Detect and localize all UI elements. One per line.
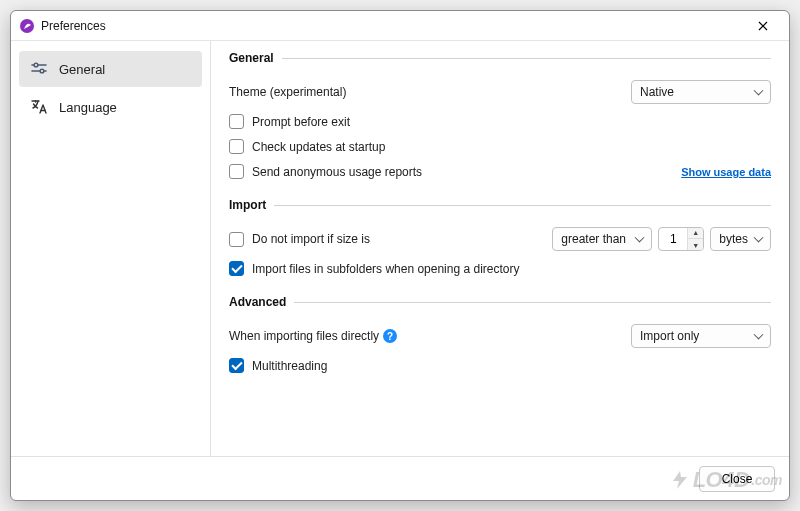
check-updates-checkbox[interactable] (229, 139, 244, 154)
multithreading-checkbox[interactable] (229, 358, 244, 373)
window-title: Preferences (41, 19, 106, 33)
divider (274, 205, 771, 206)
group-header: General (229, 51, 771, 65)
group-header: Advanced (229, 295, 771, 309)
sliders-icon (29, 59, 49, 79)
size-spin-up[interactable]: ▲ (688, 227, 703, 239)
group-header: Import (229, 198, 771, 212)
size-comparator-value: greater than (561, 232, 626, 246)
size-unit-value: bytes (719, 232, 748, 246)
multithreading-label: Multithreading (252, 359, 327, 373)
svg-point-2 (34, 63, 38, 67)
size-spin-down[interactable]: ▼ (688, 239, 703, 251)
prompt-before-exit-checkbox[interactable] (229, 114, 244, 129)
language-icon (29, 97, 49, 117)
help-icon[interactable]: ? (383, 329, 397, 343)
check-updates-label: Check updates at startup (252, 140, 385, 154)
close-button[interactable]: Close (699, 466, 775, 492)
send-reports-checkbox[interactable] (229, 164, 244, 179)
sidebar-item-language[interactable]: Language (19, 89, 202, 125)
do-not-import-checkbox[interactable] (229, 232, 244, 247)
group-title: Advanced (229, 295, 294, 309)
group-title: General (229, 51, 282, 65)
group-advanced: Advanced When importing files directly ?… (229, 295, 771, 378)
window-close-button[interactable] (743, 12, 783, 40)
sidebar-item-label: Language (59, 100, 117, 115)
group-import: Import Do not import if size is greater … (229, 198, 771, 281)
window-body: General Language (11, 41, 789, 456)
footer: Close (11, 456, 789, 500)
size-comparator-select[interactable]: greater than (552, 227, 652, 251)
divider (294, 302, 771, 303)
size-value-input[interactable] (659, 232, 687, 246)
prompt-before-exit-label: Prompt before exit (252, 115, 350, 129)
send-reports-label: Send anonymous usage reports (252, 165, 422, 179)
app-icon (19, 18, 35, 34)
import-subfolders-label: Import files in subfolders when opening … (252, 262, 519, 276)
titlebar: Preferences (11, 11, 789, 41)
import-subfolders-checkbox[interactable] (229, 261, 244, 276)
sidebar-item-label: General (59, 62, 105, 77)
divider (282, 58, 771, 59)
group-general: General Theme (experimental) Native Prom… (229, 51, 771, 184)
when-importing-label: When importing files directly (229, 329, 379, 343)
theme-select-value: Native (640, 85, 674, 99)
svg-point-4 (40, 69, 44, 73)
do-not-import-label: Do not import if size is (252, 232, 370, 246)
content-panel: General Theme (experimental) Native Prom… (211, 41, 789, 456)
group-title: Import (229, 198, 274, 212)
sidebar: General Language (11, 41, 211, 456)
preferences-window: Preferences General (10, 10, 790, 501)
size-value-spinner[interactable]: ▲ ▼ (658, 227, 704, 251)
theme-label: Theme (experimental) (229, 85, 346, 99)
importing-mode-value: Import only (640, 329, 699, 343)
importing-mode-select[interactable]: Import only (631, 324, 771, 348)
theme-select[interactable]: Native (631, 80, 771, 104)
sidebar-item-general[interactable]: General (19, 51, 202, 87)
show-usage-data-link[interactable]: Show usage data (681, 166, 771, 178)
size-unit-select[interactable]: bytes (710, 227, 771, 251)
